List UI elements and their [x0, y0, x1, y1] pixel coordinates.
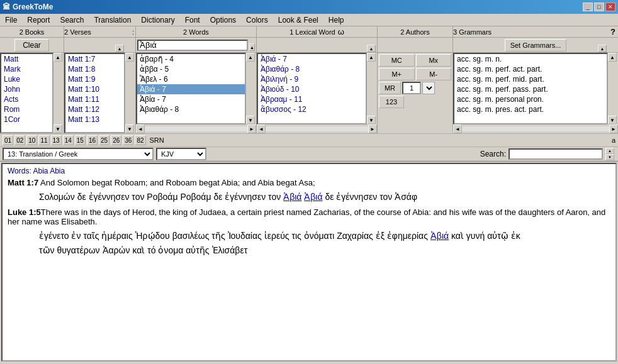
- lexical-scrollbar[interactable]: ▲ ▼: [367, 53, 377, 124]
- minimize-button[interactable]: _: [583, 3, 593, 11]
- list-item[interactable]: Matt 1:13: [65, 114, 124, 124]
- words-input[interactable]: [137, 40, 248, 51]
- translation-dropdown[interactable]: 13: Translation / Greek: [3, 148, 154, 160]
- list-item[interactable]: Matt 1:10: [65, 84, 124, 94]
- scroll-left-arrow[interactable]: ◄: [257, 124, 266, 133]
- grammar-number-select[interactable]: ▼: [422, 82, 435, 94]
- list-item[interactable]: Matt 1:11: [65, 94, 124, 104]
- menu-colors[interactable]: Colors: [241, 14, 273, 26]
- words-scrollbar[interactable]: ▲ ▼: [246, 53, 256, 124]
- mminus-button[interactable]: M-: [416, 68, 452, 80]
- menu-translation[interactable]: Translation: [89, 14, 136, 26]
- list-item[interactable]: Ἀβιληνή - 9: [258, 74, 366, 84]
- title-bar-controls[interactable]: _ □ ✕: [583, 3, 615, 11]
- grammar-hscroll[interactable]: ◄ ►: [453, 124, 618, 133]
- list-item[interactable]: John: [1, 84, 52, 94]
- search-input[interactable]: [508, 148, 603, 160]
- btn-15[interactable]: 15: [75, 135, 86, 145]
- scroll-right-arrow[interactable]: ►: [368, 124, 377, 133]
- list-item[interactable]: acc. sg. m. perf. act. part.: [454, 64, 607, 74]
- list-item[interactable]: Ἀβία - 7: [137, 94, 245, 104]
- list-item[interactable]: Matt 1:9: [65, 74, 124, 84]
- list-item[interactable]: Rom: [1, 104, 52, 114]
- scroll-left-arrow[interactable]: ◄: [136, 124, 145, 133]
- list-item[interactable]: Ἀβιούδ - 10: [258, 84, 366, 94]
- scroll-left-arrow[interactable]: ◄: [453, 124, 462, 133]
- scroll-up-arrow[interactable]: ▲: [605, 148, 614, 154]
- btn-82[interactable]: 82: [135, 135, 145, 145]
- verse1-greek-link2[interactable]: Ἀβιά: [304, 192, 322, 202]
- btn-26[interactable]: 26: [111, 135, 121, 145]
- mx-button[interactable]: Mx: [416, 54, 452, 67]
- grammar-number-input[interactable]: [402, 82, 421, 94]
- btn-13[interactable]: 13: [51, 135, 62, 145]
- words-list[interactable]: ἁβαρῆ - 4 ἁββα - 5 Ἄβελ - 6 Ἀβιά - 7 Ἀβί…: [136, 53, 246, 124]
- list-item[interactable]: Matt 1:7: [65, 54, 124, 64]
- scroll-right-arrow[interactable]: ►: [609, 124, 618, 133]
- grammars-scroll-up[interactable]: ▲: [598, 45, 607, 52]
- list-item[interactable]: Ἀβρααμ - 11: [258, 94, 366, 104]
- scroll-up-arrow[interactable]: ▲: [367, 53, 376, 62]
- list-item[interactable]: ἁβαρῆ - 4: [137, 54, 245, 64]
- maximize-button[interactable]: □: [594, 3, 604, 11]
- grammar-scrollbar[interactable]: ▲ ▼: [608, 53, 618, 124]
- list-item[interactable]: Acts: [1, 94, 52, 104]
- mc-button[interactable]: MC: [379, 54, 415, 67]
- list-item[interactable]: acc. sg. m. pres. act. part.: [454, 104, 607, 114]
- verses-scroll-up[interactable]: ▲: [115, 45, 124, 52]
- menu-file[interactable]: File: [0, 14, 22, 26]
- list-item[interactable]: ἁββα - 5: [137, 64, 245, 74]
- list-item[interactable]: Matt: [1, 54, 52, 64]
- btn-16[interactable]: 16: [87, 135, 98, 145]
- list-item[interactable]: Matt 1:8: [65, 64, 124, 74]
- list-item[interactable]: Ἄβελ - 6: [137, 74, 245, 84]
- clear-button[interactable]: Clear: [14, 39, 49, 52]
- search-scrollbar[interactable]: ▲ ▼: [605, 148, 615, 160]
- lexical-list[interactable]: Ἀβιά - 7 Ἀβιαθάρ - 8 Ἀβιληνή - 9 Ἀβιούδ …: [257, 53, 367, 124]
- list-item[interactable]: acc. sg. m. n.: [454, 54, 607, 64]
- menu-font[interactable]: Font: [180, 14, 205, 26]
- lexical-hscroll[interactable]: ◄ ►: [257, 124, 377, 133]
- mr-button[interactable]: MR: [379, 82, 401, 94]
- list-item[interactable]: acc. sg. m. perf. pass. part.: [454, 84, 607, 94]
- menu-look-feel[interactable]: Look & Feel: [273, 14, 323, 26]
- scroll-down-arrow[interactable]: ▼: [125, 124, 134, 133]
- menu-options[interactable]: Options: [205, 14, 241, 26]
- scroll-up-arrow[interactable]: ▲: [608, 53, 617, 62]
- list-item[interactable]: acc. sg. m. perf. mid. part.: [454, 74, 607, 84]
- list-item[interactable]: ἄβυσσος - 12: [258, 104, 366, 114]
- menu-search[interactable]: Search: [55, 14, 89, 26]
- close-button[interactable]: ✕: [605, 3, 615, 11]
- list-item[interactable]: Mark: [1, 64, 52, 74]
- menu-help[interactable]: Help: [323, 14, 349, 26]
- scroll-down-arrow[interactable]: ▼: [367, 116, 376, 124]
- verses-list[interactable]: Matt 1:7 Matt 1:8 Matt 1:9 Matt 1:10 Mat…: [64, 53, 125, 133]
- scroll-up-arrow[interactable]: ▲: [246, 53, 255, 62]
- content-scroll-area[interactable]: Words: Abia Abia Matt 1:7 And Solomon be…: [3, 164, 615, 360]
- btn-14[interactable]: 14: [63, 135, 74, 145]
- scroll-down-arrow[interactable]: ▼: [246, 116, 255, 124]
- btn-11[interactable]: 11: [38, 135, 49, 145]
- list-item[interactable]: acc. sg. m. personal pron.: [454, 94, 607, 104]
- scroll-down-arrow[interactable]: ▼: [53, 124, 62, 133]
- list-item[interactable]: Ἀβιαθάρ - 8: [137, 104, 245, 114]
- btn-25[interactable]: 25: [99, 135, 110, 145]
- list-item[interactable]: 1Cor: [1, 114, 52, 124]
- words-hscroll[interactable]: ◄ ►: [136, 124, 256, 133]
- verse2-greek-link[interactable]: Ἀβιά: [430, 231, 449, 241]
- scroll-down-arrow[interactable]: ▼: [605, 154, 614, 160]
- verses-scrollbar[interactable]: ▲ ▼: [125, 53, 135, 133]
- menu-report[interactable]: Report: [22, 14, 55, 26]
- set-grammars-button[interactable]: Set Grammars...: [505, 39, 567, 52]
- list-item[interactable]: Matt 1:12: [65, 104, 124, 114]
- verse1-greek-link1[interactable]: Ἀβιά: [283, 192, 301, 202]
- books-scrollbar[interactable]: ▲ ▼: [53, 53, 64, 133]
- btn-01[interactable]: 01: [3, 135, 13, 145]
- scroll-up-arrow[interactable]: ▲: [53, 53, 62, 62]
- btn-36[interactable]: 36: [123, 135, 133, 145]
- books-list[interactable]: Matt Mark Luke John Acts Rom 1Cor: [0, 53, 53, 133]
- list-item[interactable]: Ἀβιά - 7: [258, 54, 366, 64]
- list-item[interactable]: Ἀβιαθάρ - 8: [258, 64, 366, 74]
- menu-dictionary[interactable]: Dictionary: [136, 14, 179, 26]
- words-scroll-up[interactable]: ▲: [249, 43, 255, 51]
